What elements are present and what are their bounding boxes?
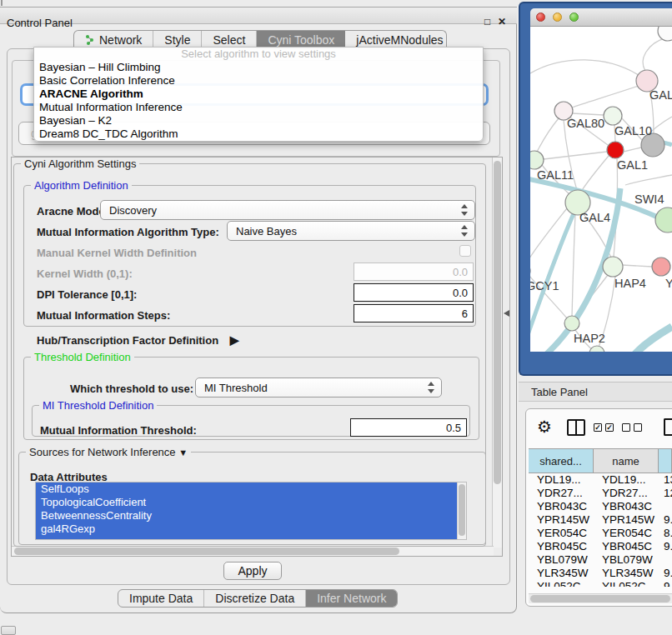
screenshot-root: Control Panel □ ✕ Network Style Select C…	[0, 0, 672, 635]
node-label: GAL4	[579, 211, 610, 224]
tab-network[interactable]: Network	[74, 31, 153, 48]
tab-select[interactable]: Select	[202, 31, 257, 48]
column-header-shared-name[interactable]: shared...	[529, 449, 594, 472]
corner-tick	[1, 0, 3, 6]
mi-threshold-field[interactable]: 0.5	[350, 418, 467, 437]
table-hscroll-thumb[interactable]	[530, 595, 670, 602]
kernel-width-label: Kernel Width (0,1):	[37, 268, 133, 280]
column-header-partial[interactable]	[659, 449, 672, 472]
algorithm-option-basic-correlation[interactable]: Basic Correlation Inference	[34, 74, 483, 88]
tab-style[interactable]: Style	[153, 31, 202, 48]
node-table: shared... name YDL19... YDL19... 13 YDR2…	[529, 448, 672, 587]
minimized-panel-button[interactable]	[1, 626, 16, 635]
attributes-scroll-thumb[interactable]	[459, 484, 465, 536]
settings-vscroll-thumb[interactable]	[494, 161, 501, 484]
tab-jactivemnodules[interactable]: jActiveMNodules	[345, 31, 454, 48]
tab-infer-network[interactable]: Infer Network	[306, 590, 397, 607]
settings-horizontal-scrollbar[interactable]	[12, 546, 494, 556]
settings-hscroll-thumb[interactable]	[14, 548, 399, 555]
table-panel-header: Table Panel	[519, 382, 672, 402]
checkbox-checked-icon[interactable]: ✓	[594, 423, 602, 432]
node-gal10[interactable]	[604, 107, 622, 125]
checkbox-checked-icon[interactable]: ✓	[605, 423, 614, 432]
network-graph: GAL GAL80 GAL10 GAL1 GAL11 SWI4 GAL4 HAP…	[530, 27, 672, 352]
control-panel-titlebar: Control Panel □ ✕	[0, 7, 517, 24]
network-canvas[interactable]: GAL GAL80 GAL10 GAL1 GAL11 SWI4 GAL4 HAP…	[530, 27, 672, 352]
apply-button[interactable]: Apply	[223, 562, 282, 580]
attribute-partial-row[interactable]	[36, 536, 466, 540]
table-header-row: shared... name	[529, 448, 672, 473]
mi-algorithm-type-label: Mutual Information Algorithm Type:	[37, 226, 219, 238]
hub-definition-toggle[interactable]: Hub/Transcription Factor Definition ▶	[37, 333, 239, 347]
node-top-right[interactable]	[658, 27, 672, 41]
network-tab-icon	[85, 34, 95, 45]
data-attributes-list: SelfLoops TopologicalCoefficient Between…	[35, 482, 467, 540]
table-row[interactable]: YBR045C YBR045C 9.	[529, 540, 672, 553]
which-threshold-combobox[interactable]: MI Threshold	[195, 378, 442, 398]
close-window-icon[interactable]	[536, 12, 545, 22]
node-bottom[interactable]	[589, 346, 604, 352]
table-row[interactable]: YBL079W YBL079W	[529, 553, 672, 567]
algorithm-option-mutual-information[interactable]: Mutual Information Inference	[34, 101, 483, 114]
close-panel-icon[interactable]: ✕	[498, 16, 506, 28]
node-salmon[interactable]	[652, 258, 670, 276]
mi-threshold-definition-title: MI Threshold Definition	[39, 399, 157, 412]
control-panel-title: Control Panel	[7, 17, 73, 29]
node-label: HAP2	[574, 332, 605, 345]
table-horizontal-scrollbar[interactable]	[529, 593, 672, 603]
algorithm-option-bayesian-k2[interactable]: Bayesian – K2	[34, 114, 483, 128]
split-columns-icon[interactable]	[567, 419, 585, 436]
node-gal1-selected[interactable]	[607, 142, 624, 158]
minimize-window-icon[interactable]	[553, 12, 562, 22]
algorithm-option-aracne[interactable]: ARACNE Algorithm	[34, 88, 483, 101]
gear-icon[interactable]: ⚙	[537, 417, 552, 437]
zoom-window-icon[interactable]	[569, 12, 579, 22]
mi-algorithm-type-combobox[interactable]: Naive Bayes	[227, 221, 475, 241]
manual-kernel-width-checkbox[interactable]	[459, 245, 471, 257]
table-row[interactable]: YPR145W YPR145W 9.	[529, 513, 672, 527]
node-label: Y	[665, 277, 672, 290]
algorithm-definition-title: Algorithm Definition	[31, 179, 132, 192]
node-label: GAL80	[567, 117, 604, 130]
tab-cyni-toolbox[interactable]: Cyni Toolbox	[257, 31, 345, 48]
tab-impute-data[interactable]: Impute Data	[118, 590, 204, 607]
column-header-name[interactable]: name	[594, 449, 659, 472]
mi-steps-label: Mutual Information Steps:	[37, 309, 170, 322]
node-hap2[interactable]	[564, 316, 579, 331]
algorithm-option-dream8[interactable]: Dream8 DC_TDC Algorithm	[34, 128, 483, 141]
network-window-titlebar[interactable]	[530, 8, 672, 27]
control-panel-tabbar: Network Style Select Cyni Toolbox jActiv…	[73, 30, 447, 48]
node-gal11[interactable]	[530, 151, 544, 169]
settings-vertical-scrollbar[interactable]	[492, 158, 502, 548]
node-hap4[interactable]	[603, 257, 623, 277]
combo-stepper-icon	[461, 204, 469, 216]
table-row[interactable]: YBR043C YBR043C	[529, 500, 672, 513]
expand-right-icon: ▶	[230, 333, 239, 347]
threshold-definition-title: Threshold Definition	[31, 351, 134, 363]
sources-title[interactable]: Sources for Network Inference ▼	[26, 446, 191, 458]
panel-divider-cursor[interactable]	[504, 310, 509, 317]
attribute-topologicalcoefficient[interactable]: TopologicalCoefficient	[36, 496, 466, 509]
float-panel-icon[interactable]: □	[484, 16, 490, 28]
algorithm-option-bayesian-hill-climbing[interactable]: Bayesian – Hill Climbing	[34, 61, 483, 74]
table-row[interactable]: YLR345W YLR345W 9.	[529, 567, 672, 580]
node-swi4[interactable]	[655, 208, 672, 232]
table-row[interactable]: YIL052C YIL052C 9.	[529, 580, 672, 587]
partial-toolbar-icon[interactable]	[664, 418, 672, 436]
dpi-tolerance-field[interactable]: 0.0	[354, 283, 474, 302]
attribute-selfloops[interactable]: SelfLoops	[36, 482, 466, 496]
tab-discretize-data[interactable]: Discretize Data	[204, 590, 306, 607]
checkbox-unchecked-icon[interactable]	[622, 423, 630, 432]
attributes-scrollbar[interactable]	[457, 482, 466, 539]
checkbox-unchecked-icon[interactable]	[634, 423, 642, 432]
kernel-width-field[interactable]: 0.0	[354, 262, 474, 281]
attribute-betweennesscentrality[interactable]: BetweennessCentrality	[36, 509, 466, 522]
table-row[interactable]: YDR27... YDR27... 12	[529, 487, 672, 500]
table-row[interactable]: YDL19... YDL19... 13	[529, 473, 672, 487]
aracne-mode-combobox[interactable]: Discovery	[100, 200, 475, 220]
attribute-gal4rgexp[interactable]: gal4RGexp	[36, 522, 466, 536]
algorithm-dropdown-popup: Select algorithm to view settings Bayesi…	[33, 47, 484, 142]
mi-steps-field[interactable]: 6	[354, 304, 474, 322]
table-row[interactable]: YER054C YER054C 8.	[529, 527, 672, 540]
cyni-algorithm-settings-title: Cyni Algorithm Settings	[21, 158, 139, 170]
